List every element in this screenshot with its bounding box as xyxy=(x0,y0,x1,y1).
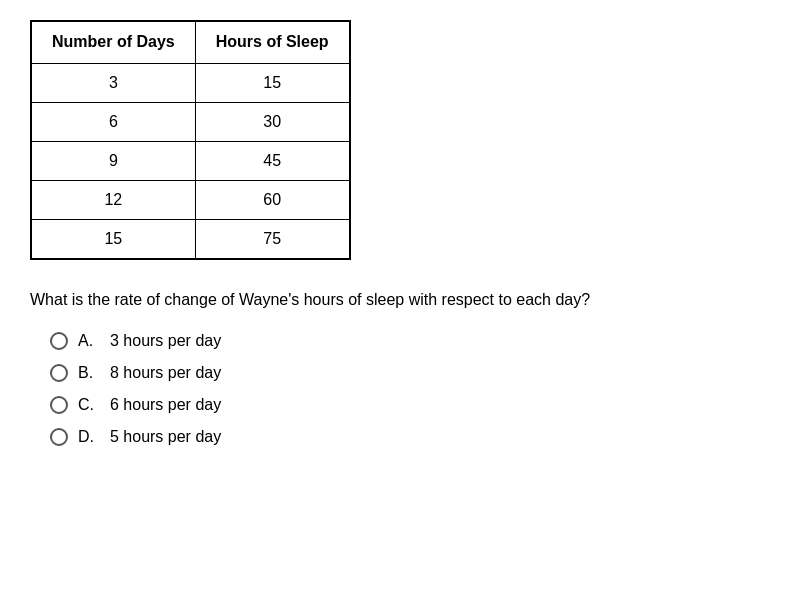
option-row-b[interactable]: B.8 hours per day xyxy=(50,364,770,382)
table-cell-r2-c0: 9 xyxy=(31,141,195,180)
col-header-sleep: Hours of Sleep xyxy=(195,21,349,63)
table-cell-r0-c0: 3 xyxy=(31,63,195,102)
option-text-c: 6 hours per day xyxy=(110,396,221,414)
option-text-a: 3 hours per day xyxy=(110,332,221,350)
sleep-table: Number of Days Hours of Sleep 3156309451… xyxy=(30,20,351,260)
table-row: 945 xyxy=(31,141,350,180)
option-text-b: 8 hours per day xyxy=(110,364,221,382)
table-cell-r3-c0: 12 xyxy=(31,180,195,219)
option-radio-d[interactable] xyxy=(50,428,68,446)
table-row: 1260 xyxy=(31,180,350,219)
option-label-c: C. xyxy=(78,396,100,414)
table-row: 630 xyxy=(31,102,350,141)
option-label-a: A. xyxy=(78,332,100,350)
table-cell-r4-c1: 75 xyxy=(195,219,349,259)
option-label-d: D. xyxy=(78,428,100,446)
table-cell-r1-c1: 30 xyxy=(195,102,349,141)
option-text-d: 5 hours per day xyxy=(110,428,221,446)
option-row-c[interactable]: C.6 hours per day xyxy=(50,396,770,414)
question-text: What is the rate of change of Wayne's ho… xyxy=(30,288,770,312)
option-row-a[interactable]: A.3 hours per day xyxy=(50,332,770,350)
table-row: 315 xyxy=(31,63,350,102)
col-header-days: Number of Days xyxy=(31,21,195,63)
option-label-b: B. xyxy=(78,364,100,382)
table-row: 1575 xyxy=(31,219,350,259)
table-cell-r3-c1: 60 xyxy=(195,180,349,219)
table-cell-r1-c0: 6 xyxy=(31,102,195,141)
option-radio-b[interactable] xyxy=(50,364,68,382)
table-cell-r0-c1: 15 xyxy=(195,63,349,102)
option-radio-a[interactable] xyxy=(50,332,68,350)
data-table: Number of Days Hours of Sleep 3156309451… xyxy=(30,20,770,260)
option-radio-c[interactable] xyxy=(50,396,68,414)
option-row-d[interactable]: D.5 hours per day xyxy=(50,428,770,446)
table-cell-r2-c1: 45 xyxy=(195,141,349,180)
table-cell-r4-c0: 15 xyxy=(31,219,195,259)
options-list: A.3 hours per dayB.8 hours per dayC.6 ho… xyxy=(50,332,770,446)
